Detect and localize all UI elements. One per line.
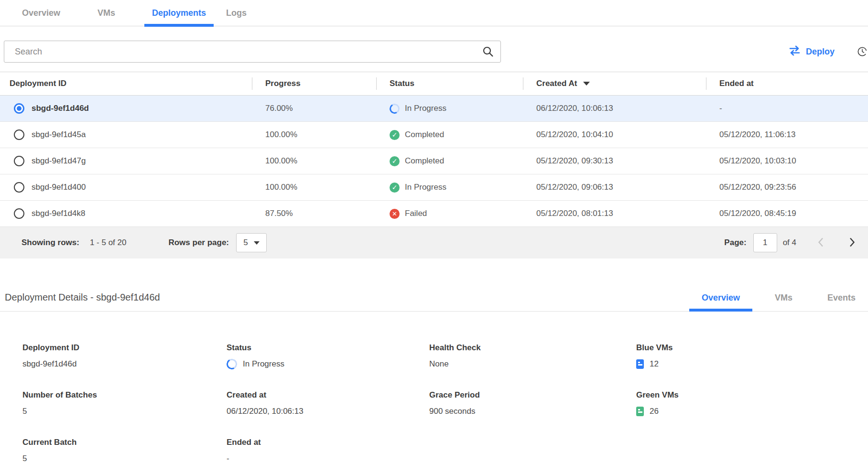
deployment-id-value: sbgd-9ef1d45a [32, 130, 86, 140]
ended-at-value: 05/12/2020, 11:06:13 [706, 130, 868, 140]
created-at-value: 05/12/2020, 09:30:13 [523, 156, 706, 166]
status-label: Completed [405, 130, 444, 140]
status-icon [390, 209, 400, 219]
row-radio-button[interactable] [14, 208, 24, 219]
status-cell: Completed [376, 130, 523, 140]
main-tab[interactable]: Logs [220, 0, 252, 26]
details-tab[interactable]: Events [822, 293, 861, 311]
created-at-value: 05/12/2020, 10:04:10 [523, 130, 706, 140]
rows-per-page-value: 5 [243, 238, 248, 248]
detail-field: Current Batch 5 [22, 438, 227, 464]
table-body: sbgd-9ef1d46d 76.00% In Progress 06/12/2… [0, 96, 868, 227]
chevron-down-icon [254, 241, 260, 245]
table-row[interactable]: sbgd-9ef1d46d 76.00% In Progress 06/12/2… [0, 96, 868, 122]
detail-field-value: 26 [650, 407, 659, 416]
detail-value-icon [226, 358, 239, 371]
column-header-created-at[interactable]: Created At [523, 79, 706, 88]
history-icon[interactable] [857, 42, 868, 61]
detail-field-value-row: sbgd-9ef1d46d [22, 359, 227, 369]
detail-field-value-row: 5 [22, 453, 227, 464]
showing-rows-value: 1 - 5 of 20 [90, 238, 127, 248]
details-header: Deployment Details - sbgd-9ef1d46d Overv… [0, 259, 868, 312]
ended-at-value: 05/12/2020, 08:45:19 [706, 209, 868, 218]
row-radio-button[interactable] [14, 182, 24, 193]
status-label: In Progress [405, 183, 446, 192]
detail-field: Green VMs 26 [636, 390, 868, 417]
deploy-button-label: Deploy [806, 47, 835, 57]
table-row[interactable]: sbgd-9ef1d45a 100.00% Completed 05/12/20… [0, 122, 868, 148]
column-header-ended-at[interactable]: Ended at [706, 79, 868, 88]
detail-field: Number of Batches 5 [22, 390, 227, 417]
progress-value: 100.00% [252, 183, 376, 192]
details-tab-bar: Overview VMs Events [696, 293, 868, 311]
status-label: In Progress [405, 104, 446, 113]
status-icon [390, 156, 400, 166]
detail-field-value: 12 [650, 359, 659, 369]
page-total: of 4 [783, 238, 796, 248]
status-label: Completed [405, 156, 444, 166]
deployment-id-value: sbgd-9ef1d4k8 [32, 209, 85, 218]
details-tab[interactable]: VMs [769, 293, 798, 311]
page-number-input[interactable] [753, 233, 777, 252]
progress-value: 87.50% [252, 209, 376, 218]
previous-page-button[interactable] [815, 235, 826, 251]
next-page-button[interactable] [847, 235, 857, 251]
detail-field-label: Green VMs [636, 390, 868, 400]
detail-field-label: Ended at [227, 438, 429, 447]
search-box [4, 41, 501, 63]
detail-field-label: Grace Period [429, 390, 636, 400]
table-header: Deployment ID Progress Status Created At… [0, 72, 868, 96]
detail-field-value: 5 [22, 454, 27, 463]
column-header-status[interactable]: Status [376, 79, 523, 88]
detail-field-value: 06/12/2020, 10:06:13 [227, 407, 304, 416]
detail-field-value: 900 seconds [429, 407, 475, 416]
detail-value-icon [636, 359, 644, 369]
search-input[interactable] [4, 41, 501, 63]
table-row[interactable]: sbgd-9ef1d4k8 87.50% Failed 05/12/2020, … [0, 201, 868, 227]
status-cell: Failed [376, 209, 523, 219]
created-at-value: 05/12/2020, 09:06:13 [523, 183, 706, 192]
main-tab-bar: Overview VMs Deployments Logs [0, 0, 868, 26]
deployment-id-value: sbgd-9ef1d400 [32, 183, 86, 192]
deployment-id-value: sbgd-9ef1d47g [32, 156, 86, 166]
deploy-button[interactable]: Deploy [789, 45, 835, 58]
rows-per-page-select[interactable]: 5 [236, 233, 267, 252]
column-header-progress[interactable]: Progress [252, 79, 376, 88]
detail-field-value-row: In Progress [227, 359, 429, 369]
detail-value-icon [636, 407, 644, 416]
table-row[interactable]: sbgd-9ef1d47g 100.00% Completed 05/12/20… [0, 148, 868, 174]
detail-field: Status In Progress [227, 343, 429, 369]
showing-rows-label: Showing rows: [22, 238, 79, 248]
detail-field-label: Current Batch [22, 438, 227, 447]
main-tab-label: Logs [226, 8, 247, 18]
row-radio-button[interactable] [14, 103, 24, 114]
deployment-id-cell: sbgd-9ef1d45a [0, 129, 252, 140]
detail-field-label: Deployment ID [22, 343, 227, 353]
pagination-bar: Showing rows: 1 - 5 of 20 Rows per page:… [0, 227, 868, 259]
progress-value: 100.00% [252, 156, 376, 166]
details-tab[interactable]: Overview [696, 293, 746, 311]
column-header-deployment-id[interactable]: Deployment ID [0, 79, 252, 88]
detail-field-value: 5 [22, 407, 27, 416]
detail-field-value-row: 5 [22, 406, 227, 417]
main-tab[interactable]: Deployments [146, 0, 212, 26]
main-tab[interactable]: Overview [16, 0, 66, 26]
main-tab[interactable]: VMs [92, 0, 121, 26]
ended-at-value: 05/12/2020, 09:23:56 [706, 183, 868, 192]
page-label: Page: [724, 238, 746, 248]
row-radio-button[interactable] [14, 156, 24, 166]
detail-field-value-row: 06/12/2020, 10:06:13 [227, 406, 429, 417]
status-icon [390, 183, 400, 193]
detail-field-label: Status [227, 343, 429, 353]
detail-field-value: None [429, 359, 449, 369]
row-radio-button[interactable] [14, 129, 24, 140]
detail-field-label: Blue VMs [636, 343, 868, 353]
table-row[interactable]: sbgd-9ef1d400 100.00% In Progress 05/12/… [0, 174, 868, 201]
main-tab-label: Overview [22, 8, 60, 18]
detail-field: Blue VMs 12 [636, 343, 868, 369]
deployment-id-value: sbgd-9ef1d46d [32, 104, 89, 113]
detail-field-value-row: None [429, 359, 636, 369]
created-at-value: 06/12/2020, 10:06:13 [523, 104, 706, 113]
details-tab-label: Overview [702, 293, 740, 302]
detail-field-value: In Progress [243, 359, 284, 369]
